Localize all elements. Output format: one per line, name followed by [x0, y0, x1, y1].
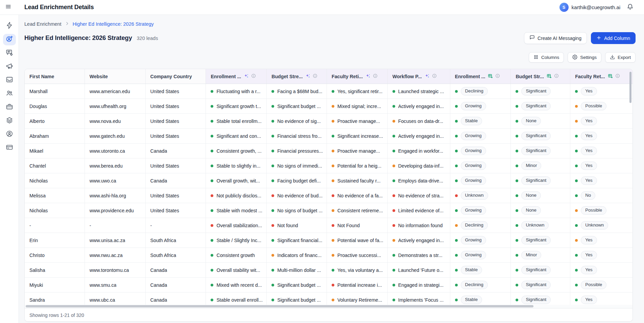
- cell[interactable]: Sustained faculty r...: [327, 173, 388, 188]
- cell[interactable]: Significant: [511, 173, 570, 188]
- vertical-scrollbar[interactable]: [629, 72, 631, 103]
- cell[interactable]: None: [511, 188, 570, 203]
- create-ai-messaging-button[interactable]: Create AI Messaging: [524, 32, 587, 44]
- cell[interactable]: Chantel: [25, 158, 85, 173]
- cell[interactable]: www.providence.edu: [85, 203, 146, 218]
- cell[interactable]: Demonstrates a str...: [388, 248, 450, 262]
- cell[interactable]: Significant: [511, 293, 570, 305]
- sidebar-item-enrich-user-plus[interactable]: [3, 34, 16, 45]
- cell[interactable]: Implements 'Focus ...: [388, 293, 450, 305]
- cell[interactable]: Proactive manage...: [327, 114, 388, 128]
- cell[interactable]: Mixed with recent d...: [206, 278, 267, 292]
- notifications-button[interactable]: [624, 2, 636, 13]
- cell[interactable]: Employs data-drive...: [388, 173, 450, 188]
- cell[interactable]: Overall stabilization...: [206, 218, 267, 233]
- cell[interactable]: Facing budget defi...: [267, 173, 327, 188]
- cell[interactable]: United States: [146, 114, 206, 128]
- cell[interactable]: Consistent retireme...: [327, 203, 388, 218]
- header-cell-0[interactable]: First Name: [25, 69, 85, 84]
- cell[interactable]: www.gatech.edu: [85, 129, 146, 143]
- sidebar-item-layers[interactable]: [3, 115, 16, 127]
- cell[interactable]: Actively engaged in...: [388, 129, 450, 143]
- cell[interactable]: Yes: [570, 263, 633, 277]
- cell[interactable]: Possible: [570, 203, 633, 218]
- cell[interactable]: Salisha: [25, 263, 85, 277]
- cell[interactable]: -: [146, 218, 206, 233]
- info-icon[interactable]: [495, 73, 500, 79]
- cell[interactable]: Stable total enrollm...: [206, 114, 267, 128]
- cell[interactable]: Significant: [511, 99, 570, 113]
- cell[interactable]: Developing data-inf...: [388, 158, 450, 173]
- cell[interactable]: Sandra: [25, 293, 85, 305]
- cell[interactable]: www.nova.edu: [85, 114, 146, 128]
- cell[interactable]: Growing: [450, 158, 511, 173]
- cell[interactable]: Not Found: [327, 218, 388, 233]
- cell[interactable]: Canada: [146, 263, 206, 277]
- cell[interactable]: Launched 'Future o...: [388, 263, 450, 277]
- info-icon[interactable]: [373, 73, 378, 79]
- sidebar-item-inbox[interactable]: [3, 74, 16, 86]
- cell[interactable]: www.ashi-hla.org: [85, 188, 146, 203]
- cell[interactable]: Stable / Slightly Inc...: [206, 233, 267, 247]
- header-cell-8[interactable]: Budget Str...: [511, 69, 570, 84]
- cell[interactable]: South Africa: [146, 248, 206, 262]
- info-icon[interactable]: [615, 73, 620, 79]
- cell[interactable]: Declining: [450, 278, 511, 292]
- cell[interactable]: Indicators of financ...: [267, 248, 327, 262]
- cell[interactable]: Proactive successi...: [327, 248, 388, 262]
- info-icon[interactable]: [554, 73, 559, 79]
- cell[interactable]: Nicholas: [25, 203, 85, 218]
- cell[interactable]: Potential increase i...: [327, 278, 388, 292]
- header-cell-1[interactable]: Website: [85, 69, 146, 84]
- cell[interactable]: United States: [146, 158, 206, 173]
- cell[interactable]: Financial pressures...: [267, 144, 327, 158]
- account-button[interactable]: S karthik@cuegrowth.ai: [559, 3, 620, 12]
- breadcrumb-parent-link[interactable]: Lead Enrichment: [24, 21, 62, 27]
- cell[interactable]: No evidence of stra...: [388, 188, 450, 203]
- cell[interactable]: -: [25, 218, 85, 233]
- cell[interactable]: No information found: [388, 218, 450, 233]
- cell[interactable]: Proactive manage...: [327, 144, 388, 158]
- cell[interactable]: Yes: [570, 248, 633, 262]
- cell[interactable]: Growing: [450, 203, 511, 218]
- cell[interactable]: None: [511, 203, 570, 218]
- cell[interactable]: No signs of budget ...: [267, 203, 327, 218]
- cell[interactable]: Voluntary Retireme...: [327, 293, 388, 305]
- add-column-button[interactable]: Add Column: [591, 32, 636, 44]
- cell[interactable]: Unknown: [450, 188, 511, 203]
- cell[interactable]: No evidence of a fa...: [327, 188, 388, 203]
- cell[interactable]: Significant budget ...: [267, 278, 327, 292]
- horizontal-scrollbar[interactable]: [26, 305, 533, 307]
- cell[interactable]: www.ubc.ca: [85, 293, 146, 305]
- cell[interactable]: Engaged in strategi...: [388, 278, 450, 292]
- header-cell-3[interactable]: Enrollment ...: [206, 69, 267, 84]
- sidebar-item-briefcase[interactable]: [3, 102, 16, 113]
- cell[interactable]: Christo: [25, 248, 85, 262]
- cell[interactable]: Consistent growth, ...: [206, 144, 267, 158]
- info-icon[interactable]: [432, 73, 437, 79]
- info-icon[interactable]: [313, 73, 317, 79]
- cell[interactable]: Stable: [450, 293, 511, 305]
- settings-button[interactable]: Settings: [568, 52, 601, 63]
- cell[interactable]: Yes: [570, 144, 633, 158]
- cell[interactable]: Launched strategic ...: [388, 84, 450, 99]
- cell[interactable]: Growing: [450, 233, 511, 247]
- cell[interactable]: Overall stability wit...: [206, 263, 267, 277]
- cell[interactable]: Actively engaged in...: [388, 233, 450, 247]
- cell[interactable]: Canada: [146, 173, 206, 188]
- hamburger-menu-button[interactable]: [1, 0, 16, 15]
- cell[interactable]: Yes: [570, 84, 633, 99]
- cell[interactable]: United States: [146, 84, 206, 99]
- sidebar-item-chat-settings[interactable]: [3, 47, 16, 59]
- cell[interactable]: Growing: [450, 144, 511, 158]
- cell[interactable]: United States: [146, 99, 206, 113]
- cell[interactable]: Yes, significant retir...: [327, 84, 388, 99]
- cell[interactable]: Significant financial...: [267, 233, 327, 247]
- cell[interactable]: Minor: [511, 248, 570, 262]
- cell[interactable]: Nicholas: [25, 173, 85, 188]
- cell[interactable]: No evidence of sig...: [267, 114, 327, 128]
- cell[interactable]: No evidence of bud...: [267, 188, 327, 203]
- cell[interactable]: Engaged in workfor...: [388, 144, 450, 158]
- sidebar-item-lightning[interactable]: [3, 20, 16, 32]
- columns-button[interactable]: Columns: [529, 52, 564, 63]
